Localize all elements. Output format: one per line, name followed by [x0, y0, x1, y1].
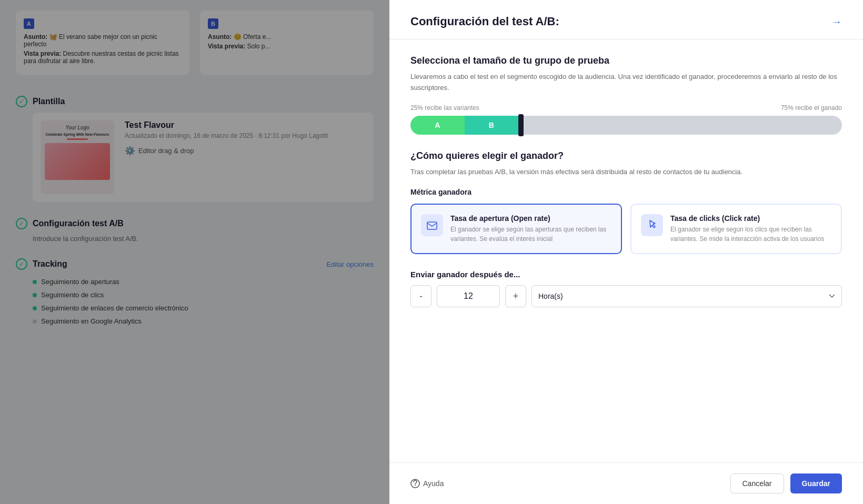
winner-section: ¿Cómo quieres elegir el ganador? Tras co…: [410, 150, 842, 255]
winner-label: 75% recibe el ganado: [781, 104, 842, 112]
footer-buttons: Cancelar Guardar: [730, 473, 842, 493]
winner-heading: ¿Cómo quieres elegir el ganador?: [410, 150, 842, 162]
open-rate-info: Tasa de apertura (Open rate) El ganador …: [450, 214, 611, 244]
cancel-button[interactable]: Cancelar: [730, 473, 784, 493]
panel-next-arrow[interactable]: →: [831, 16, 842, 28]
minus-button[interactable]: -: [410, 285, 432, 307]
group-size-section: Selecciona el tamaño de tu grupo de prue…: [410, 55, 842, 135]
slider-bar[interactable]: A B: [410, 116, 842, 135]
click-rate-icon: [641, 214, 663, 236]
winner-description: Tras completar las pruebas A/B, la versi…: [410, 167, 842, 178]
click-rate-info: Tasa de clicks (Click rate) El ganador s…: [670, 214, 831, 244]
metric-card-click-rate[interactable]: Tasa de clicks (Click rate) El ganador s…: [630, 204, 842, 254]
metric-label: Métrica ganadora: [410, 188, 842, 196]
send-winner-label: Enviar ganador después de...: [410, 270, 842, 279]
metric-cards: Tasa de apertura (Open rate) El ganador …: [410, 204, 842, 254]
ab-config-panel: Configuración del test A/B: → Selecciona…: [389, 0, 863, 504]
hours-input[interactable]: [437, 285, 500, 307]
slider-winner-segment: [524, 116, 842, 135]
save-button[interactable]: Guardar: [790, 473, 842, 493]
send-winner-controls: - + Hora(s) Día(s): [410, 285, 842, 307]
panel-title: Configuración del test A/B:: [410, 15, 559, 28]
group-size-heading: Selecciona el tamaño de tu grupo de prue…: [410, 55, 842, 66]
variants-label: 25% recibe las variantes: [410, 104, 479, 112]
open-rate-description: El ganador se elige según las aperturas …: [450, 225, 611, 244]
background-overlay: [0, 0, 389, 504]
help-icon: [410, 479, 420, 488]
slider-segment-a: A: [410, 116, 465, 135]
help-link[interactable]: Ayuda: [410, 479, 444, 488]
slider-segment-b: B: [465, 116, 519, 135]
time-unit-select[interactable]: Hora(s) Día(s): [531, 285, 842, 307]
svg-rect-0: [427, 222, 437, 229]
panel-header: Configuración del test A/B: →: [389, 0, 863, 39]
group-size-description: Llevaremos a cabo el test en el segmento…: [410, 72, 842, 94]
click-rate-description: El ganador se elige según los clics que …: [670, 225, 831, 244]
slider-labels: 25% recibe las variantes 75% recibe el g…: [410, 104, 842, 112]
click-rate-title: Tasa de clicks (Click rate): [670, 214, 831, 223]
panel-footer: Ayuda Cancelar Guardar: [389, 462, 863, 504]
metric-card-open-rate[interactable]: Tasa de apertura (Open rate) El ganador …: [410, 204, 622, 254]
send-winner-section: Enviar ganador después de... - + Hora(s)…: [410, 270, 842, 307]
panel-body: Selecciona el tamaño de tu grupo de prue…: [389, 39, 863, 462]
slider-track: A B: [410, 116, 842, 135]
open-rate-title: Tasa de apertura (Open rate): [450, 214, 611, 223]
plus-button[interactable]: +: [505, 285, 526, 307]
slider-handle[interactable]: [518, 114, 524, 136]
help-label: Ayuda: [423, 479, 444, 488]
open-rate-icon: [421, 214, 443, 236]
